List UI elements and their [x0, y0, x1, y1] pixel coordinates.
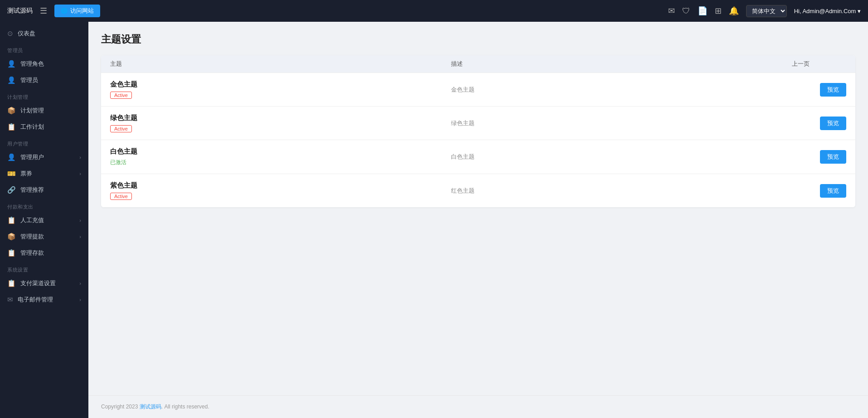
preview-button-1[interactable]: 预览: [820, 117, 846, 130]
sidebar-label-deposit: 管理存款: [20, 249, 44, 257]
language-select[interactable]: 简体中文 English: [746, 5, 787, 17]
sidebar-label-ticket: 票券: [20, 170, 32, 178]
grid-icon[interactable]: ⊞: [715, 6, 722, 16]
preview-button-3[interactable]: 预览: [820, 184, 846, 198]
theme-desc-3: 红色主题: [451, 187, 792, 195]
section-label-payment: 付款和支出: [0, 198, 88, 212]
chevron-right-icon-6: ›: [79, 297, 81, 302]
chevron-right-icon-2: ›: [79, 171, 81, 176]
admin-icon: 👤: [7, 76, 16, 84]
active-badge-3: Active: [110, 193, 132, 200]
section-label-admin: 管理员: [0, 42, 88, 56]
sidebar-item-withdrawal[interactable]: 📦 管理提款 ›: [0, 228, 88, 245]
col-description: 描述: [451, 60, 792, 68]
ticket-icon: 🎫: [7, 170, 16, 178]
sidebar-label-dashboard: 仪表盘: [18, 29, 35, 38]
main-content: 主题设置 主题 描述 上一页 金色主题 Active 金色主题 预览: [88, 22, 868, 395]
preview-button-0[interactable]: 预览: [820, 83, 846, 97]
chevron-right-icon-4: ›: [79, 234, 81, 239]
visit-website-button[interactable]: 访问网站: [54, 5, 100, 17]
sidebar: ⊙ 仪表盘 管理员 👤 管理角色 👤 管理员 计划管理 📦 计划管理 📋 工作计…: [0, 22, 88, 418]
dashboard-icon: ⊙: [7, 29, 13, 38]
recharge-icon: 📋: [7, 216, 16, 224]
deposit-icon: 📋: [7, 249, 16, 257]
sidebar-item-email[interactable]: ✉ 电子邮件管理 ›: [0, 292, 88, 308]
sidebar-label-withdrawal: 管理提款: [20, 233, 44, 241]
theme-name-0: 金色主题: [110, 80, 451, 89]
theme-desc-2: 白色主题: [451, 153, 792, 161]
col-theme: 主题: [110, 60, 451, 68]
sidebar-item-manage-roles[interactable]: 👤 管理角色: [0, 56, 88, 72]
sidebar-label-payment-channel: 支付渠道设置: [20, 279, 56, 287]
theme-desc-0: 金色主题: [451, 86, 792, 94]
chevron-right-icon: ›: [79, 155, 81, 160]
theme-name-1: 绿色主题: [110, 114, 451, 122]
footer: Copyright 2023 测试源码. All rights reserved…: [88, 395, 868, 418]
email-icon: ✉: [7, 296, 13, 304]
header-left: 测试源码 ☰ 访问网站: [7, 5, 100, 17]
active-badge-0: Active: [110, 92, 132, 99]
table-row: 金色主题 Active 金色主题 预览: [101, 73, 855, 106]
user-icon: 👤: [7, 153, 16, 161]
table-header: 主题 描述 上一页: [101, 55, 855, 73]
sidebar-label-manage-users: 管理用户: [20, 153, 44, 161]
sidebar-label-work-plan: 工作计划: [20, 123, 44, 131]
layout: ⊙ 仪表盘 管理员 👤 管理角色 👤 管理员 计划管理 📦 计划管理 📋 工作计…: [0, 22, 868, 418]
theme-name-3: 紫色主题: [110, 181, 451, 190]
theme-table: 主题 描述 上一页 金色主题 Active 金色主题 预览 绿色主题: [101, 55, 855, 207]
user-info[interactable]: Hi, Admin@Admin.Com ▾: [794, 8, 861, 15]
sidebar-item-recharge[interactable]: 📋 人工充值 ›: [0, 212, 88, 228]
chevron-right-icon-5: ›: [79, 281, 81, 286]
active-badge-1: Active: [110, 125, 132, 132]
theme-name-col-3: 紫色主题 Active: [110, 181, 451, 200]
sidebar-label-plan-manage: 计划管理: [20, 107, 44, 115]
sidebar-item-work-plan[interactable]: 📋 工作计划: [0, 119, 88, 135]
section-label-user: 用户管理: [0, 135, 88, 149]
table-row: 绿色主题 Active 绿色主题 预览: [101, 106, 855, 140]
sidebar-item-ticket[interactable]: 🎫 票券 ›: [0, 165, 88, 182]
shield-icon[interactable]: 🛡: [682, 6, 690, 16]
sidebar-label-referral: 管理推荐: [20, 186, 44, 194]
activated-badge-2: 已激活: [110, 159, 451, 166]
sidebar-item-dashboard[interactable]: ⊙ 仪表盘: [0, 25, 88, 42]
mail-icon[interactable]: ✉: [668, 6, 675, 16]
sidebar-item-manage-users[interactable]: 👤 管理用户 ›: [0, 149, 88, 165]
sidebar-label-recharge: 人工充值: [20, 216, 44, 224]
table-row: 紫色主题 Active 红色主题 预览: [101, 174, 855, 207]
work-plan-icon: 📋: [7, 123, 16, 131]
col-prev: 上一页: [792, 60, 846, 68]
payment-channel-icon: 📋: [7, 279, 16, 287]
sidebar-item-referral[interactable]: 🔗 管理推荐: [0, 182, 88, 198]
theme-name-col-0: 金色主题 Active: [110, 80, 451, 99]
referral-icon: 🔗: [7, 186, 16, 194]
page-title: 主题设置: [101, 33, 855, 46]
sidebar-label-admin: 管理员: [20, 76, 38, 84]
document-icon[interactable]: 📄: [698, 6, 708, 16]
header: 测试源码 ☰ 访问网站 ✉ 🛡 📄 ⊞ 🔔 简体中文 English Hi, A…: [0, 0, 868, 22]
theme-desc-1: 绿色主题: [451, 119, 792, 127]
role-icon: 👤: [7, 60, 16, 68]
preview-button-2[interactable]: 预览: [820, 150, 846, 164]
sidebar-item-plan-manage[interactable]: 📦 计划管理: [0, 102, 88, 119]
withdrawal-icon: 📦: [7, 233, 16, 241]
sidebar-label-email: 电子邮件管理: [18, 296, 53, 304]
sidebar-label-manage-roles: 管理角色: [20, 60, 44, 68]
section-label-system: 系统设置: [0, 261, 88, 275]
footer-text: Copyright 2023 测试源码. All rights reserved…: [101, 403, 209, 410]
section-label-plan: 计划管理: [0, 88, 88, 102]
theme-name-col-1: 绿色主题 Active: [110, 114, 451, 132]
chevron-right-icon-3: ›: [79, 218, 81, 223]
app-name: 测试源码: [7, 7, 33, 15]
footer-link[interactable]: 测试源码: [140, 403, 161, 410]
menu-icon[interactable]: ☰: [40, 6, 47, 16]
sidebar-item-payment-channel[interactable]: 📋 支付渠道设置 ›: [0, 275, 88, 292]
plan-icon: 📦: [7, 107, 16, 115]
header-right: ✉ 🛡 📄 ⊞ 🔔 简体中文 English Hi, Admin@Admin.C…: [668, 5, 861, 17]
sidebar-item-admin[interactable]: 👤 管理员: [0, 72, 88, 88]
sidebar-item-deposit[interactable]: 📋 管理存款: [0, 245, 88, 261]
table-row: 白色主题 已激活 白色主题 预览: [101, 140, 855, 174]
theme-name-2: 白色主题: [110, 147, 451, 156]
theme-name-col-2: 白色主题 已激活: [110, 147, 451, 166]
bell-icon[interactable]: 🔔: [729, 6, 739, 16]
main: 主题设置 主题 描述 上一页 金色主题 Active 金色主题 预览: [88, 22, 868, 418]
